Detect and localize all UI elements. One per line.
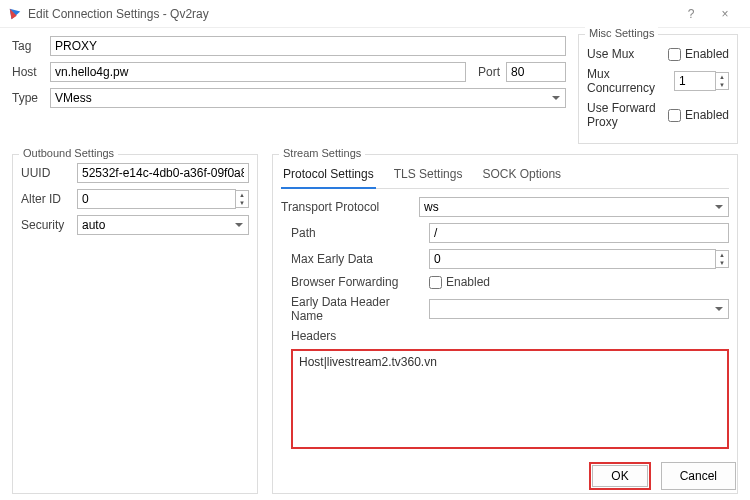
mux-concurrency-input[interactable] [674, 71, 716, 91]
tab-tls-settings[interactable]: TLS Settings [392, 163, 465, 188]
alterid-input[interactable] [77, 189, 236, 209]
uuid-label: UUID [21, 166, 71, 180]
stream-title: Stream Settings [279, 147, 365, 159]
tab-protocol-settings[interactable]: Protocol Settings [281, 163, 376, 189]
mux-concurrency-label: Mux Concurrency [587, 67, 668, 95]
browser-forwarding-checkbox[interactable] [429, 276, 442, 289]
misc-settings-group: Misc Settings Use Mux Enabled Mux Concur… [578, 34, 738, 144]
mux-spin-down[interactable]: ▼ [716, 81, 728, 89]
path-input[interactable] [429, 223, 729, 243]
maxearly-spin-down[interactable]: ▼ [716, 259, 728, 267]
max-early-data-label: Max Early Data [291, 252, 421, 266]
use-mux-checkbox[interactable] [668, 48, 681, 61]
alterid-spin-up[interactable]: ▲ [236, 191, 248, 199]
tag-input[interactable] [50, 36, 566, 56]
transport-protocol-select[interactable] [419, 197, 729, 217]
ok-button[interactable]: OK [592, 465, 647, 487]
type-label: Type [12, 91, 44, 105]
use-forward-proxy-checkbox[interactable] [668, 109, 681, 122]
close-button[interactable]: × [708, 7, 742, 21]
cancel-button[interactable]: Cancel [661, 462, 736, 490]
use-forward-proxy-label: Use Forward Proxy [587, 101, 662, 129]
browser-forwarding-label: Browser Forwarding [291, 275, 421, 289]
uuid-input[interactable] [77, 163, 249, 183]
outbound-settings-group: Outbound Settings UUID Alter ID ▲▼ Secur… [12, 154, 258, 494]
use-mux-label: Use Mux [587, 47, 634, 61]
type-select[interactable] [50, 88, 566, 108]
port-label: Port [478, 65, 500, 79]
tab-sock-options[interactable]: SOCK Options [480, 163, 563, 188]
host-label: Host [12, 65, 44, 79]
security-label: Security [21, 218, 71, 232]
help-button[interactable]: ? [674, 7, 708, 21]
app-icon [8, 7, 22, 21]
port-input[interactable] [506, 62, 566, 82]
misc-title: Misc Settings [585, 27, 658, 39]
maxearly-spin-up[interactable]: ▲ [716, 251, 728, 259]
stream-settings-group: Stream Settings Protocol Settings TLS Se… [272, 154, 738, 494]
headers-textarea[interactable]: Host|livestream2.tv360.vn [291, 349, 729, 449]
window-title: Edit Connection Settings - Qv2ray [28, 7, 674, 21]
path-label: Path [291, 226, 421, 240]
early-data-header-input[interactable] [429, 299, 729, 319]
transport-protocol-label: Transport Protocol [281, 200, 411, 214]
headers-label: Headers [291, 329, 421, 343]
mux-spin-up[interactable]: ▲ [716, 73, 728, 81]
security-select[interactable] [77, 215, 249, 235]
alterid-spin-down[interactable]: ▼ [236, 199, 248, 207]
outbound-title: Outbound Settings [19, 147, 118, 159]
tag-label: Tag [12, 39, 44, 53]
early-data-header-label: Early Data Header Name [291, 295, 421, 323]
max-early-data-input[interactable] [429, 249, 716, 269]
alterid-label: Alter ID [21, 192, 71, 206]
host-input[interactable] [50, 62, 466, 82]
